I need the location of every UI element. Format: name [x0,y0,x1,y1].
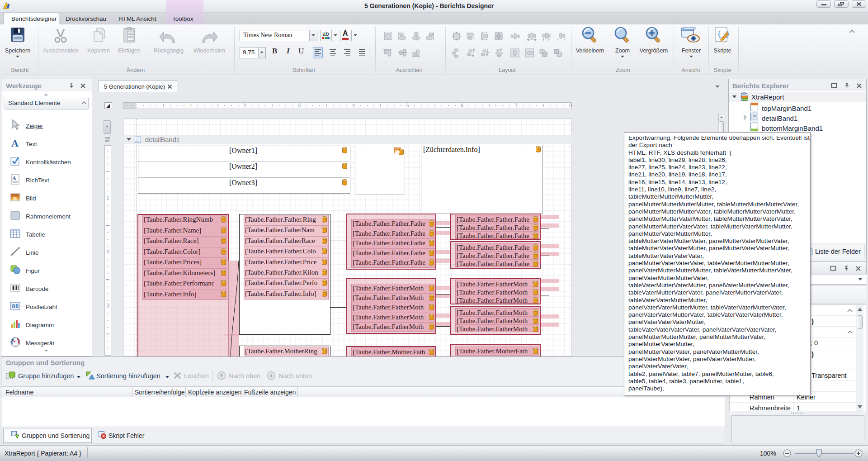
svg-text:2: 2 [106,249,109,254]
svg-text:5: 5 [406,103,409,108]
svg-text:1: 1 [106,195,109,200]
svg-text:A: A [12,175,16,181]
svg-text:7: 7 [515,103,518,108]
svg-text:88: 88 [12,303,19,310]
svg-text:2: 2 [244,103,246,108]
svg-text:6: 6 [461,103,463,108]
svg-text:1: 1 [189,103,192,108]
svg-text:A: A [11,138,19,149]
svg-text:8: 8 [569,103,572,108]
svg-text:4: 4 [352,103,355,108]
svg-text:3: 3 [298,103,301,108]
